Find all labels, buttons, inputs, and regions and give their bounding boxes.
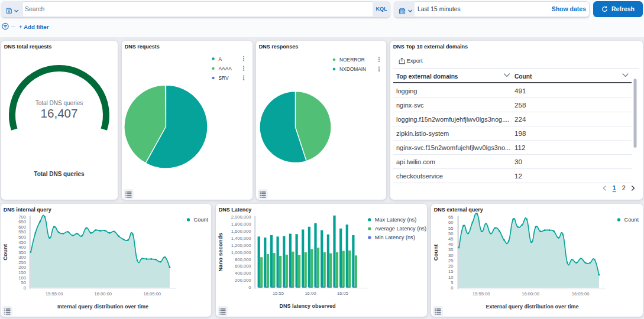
svg-text:20: 20 (448, 263, 453, 269)
svg-text:10: 10 (448, 275, 453, 280)
svg-text:Min Latency (ns): Min Latency (ns) (375, 235, 415, 240)
svg-text:Average Latency (ns): Average Latency (ns) (375, 226, 426, 232)
svg-text:300: 300 (18, 255, 26, 260)
svg-text:DNS Top 10 external domains: DNS Top 10 external domains (393, 44, 468, 50)
svg-text:15: 15 (448, 269, 453, 274)
svg-text:65: 65 (448, 214, 453, 220)
svg-text:16:05:00: 16:05:00 (572, 291, 590, 297)
svg-text:DNS Latency: DNS Latency (219, 207, 252, 213)
svg-text:400,000: 400,000 (235, 271, 251, 276)
svg-text:NOERROR: NOERROR (339, 57, 365, 63)
svg-text:Internal query distribution ov: Internal query distribution over time (57, 304, 148, 310)
svg-text:api.twilio.com: api.twilio.com (396, 158, 435, 165)
svg-text:258: 258 (514, 101, 526, 109)
svg-text:16:00: 16:00 (305, 291, 316, 296)
svg-text:350: 350 (18, 250, 26, 255)
svg-text:650: 650 (18, 219, 26, 224)
svg-text:198: 198 (514, 129, 526, 137)
svg-text:16:00:00: 16:00:00 (522, 291, 539, 297)
svg-text:zipkin.istio-system: zipkin.istio-system (396, 130, 449, 137)
svg-text:2: 2 (622, 184, 626, 191)
svg-text:15:55: 15:55 (273, 291, 284, 296)
svg-text:DNS external query: DNS external query (434, 207, 483, 213)
svg-text:checkoutservice: checkoutservice (396, 172, 443, 180)
svg-text:550: 550 (18, 229, 26, 235)
svg-text:DNS requests: DNS requests (125, 44, 160, 50)
svg-text:SRV: SRV (219, 75, 229, 81)
svg-text:50: 50 (448, 231, 453, 236)
svg-text:1,000,000: 1,000,000 (231, 250, 251, 255)
svg-text:Count: Count (2, 243, 8, 261)
svg-text:16,407: 16,407 (41, 106, 78, 120)
svg-text:600: 600 (18, 224, 26, 230)
svg-text:Count: Count (194, 217, 209, 223)
svg-text:700: 700 (18, 214, 26, 220)
svg-text:45: 45 (448, 236, 453, 242)
svg-text:NXDOMAIN: NXDOMAIN (339, 66, 366, 72)
svg-text:30: 30 (448, 253, 453, 258)
svg-text:55: 55 (448, 226, 453, 231)
svg-text:DNS internal query: DNS internal query (4, 207, 51, 213)
svg-text:16:05:00: 16:05:00 (144, 291, 161, 297)
svg-text:450: 450 (18, 240, 26, 245)
svg-text:15:55:00: 15:55:00 (46, 291, 63, 297)
svg-text:AAAA: AAAA (219, 66, 232, 71)
svg-text:nginx-svc: nginx-svc (396, 102, 424, 109)
svg-text:logging.f15n2womfujehfjlwv0lgs: logging.f15n2womfujehfjlwv0lgs3nog.... (396, 116, 509, 123)
svg-text:Count: Count (514, 73, 532, 80)
svg-text:DNS total requests: DNS total requests (4, 44, 52, 50)
svg-text:200: 200 (18, 265, 26, 270)
svg-text:100: 100 (18, 275, 26, 281)
svg-text:5: 5 (451, 280, 453, 285)
svg-text:150: 150 (18, 270, 26, 275)
svg-text:16:05: 16:05 (337, 291, 348, 296)
svg-text:Nano seconds: Nano seconds (217, 233, 224, 272)
svg-text:16:00:00: 16:00:00 (95, 291, 112, 297)
svg-text:Top external domains: Top external domains (396, 73, 458, 80)
svg-text:112: 112 (514, 144, 525, 151)
svg-text:0: 0 (451, 285, 453, 291)
svg-text:A: A (219, 56, 222, 62)
svg-text:40: 40 (448, 242, 453, 247)
svg-text:12: 12 (514, 172, 522, 180)
svg-text:25: 25 (448, 258, 453, 263)
svg-text:Max Latency (ns): Max Latency (ns) (375, 217, 416, 223)
svg-text:nginx-svc.f15n2womfujehfjlwv0l: nginx-svc.f15n2womfujehfjlwv0lgs3no... (396, 144, 510, 151)
svg-text:External query distribution ov: External query distribution over time (486, 304, 578, 310)
svg-text:logging: logging (396, 87, 417, 95)
svg-text:200,000: 200,000 (235, 278, 251, 283)
svg-text:Total DNS queries: Total DNS queries (35, 100, 83, 106)
svg-text:15:55:00: 15:55:00 (473, 291, 490, 297)
svg-text:Export: Export (407, 57, 423, 64)
svg-text:600,000: 600,000 (235, 263, 251, 269)
svg-text:1,800,000: 1,800,000 (231, 222, 251, 227)
svg-text:0: 0 (24, 285, 26, 291)
svg-text:1: 1 (613, 184, 616, 191)
svg-text:224: 224 (514, 115, 526, 123)
svg-text:Count: Count (432, 244, 439, 261)
svg-text:Total DNS queries: Total DNS queries (34, 171, 85, 177)
svg-text:800,000: 800,000 (235, 257, 251, 262)
svg-text:35: 35 (448, 247, 453, 252)
svg-text:491: 491 (514, 87, 526, 95)
svg-text:60: 60 (448, 220, 453, 225)
svg-text:1,600,000: 1,600,000 (231, 229, 251, 234)
svg-text:1,400,000: 1,400,000 (231, 236, 251, 241)
svg-text:1,200,000: 1,200,000 (231, 243, 251, 248)
svg-text:30: 30 (514, 158, 522, 165)
svg-text:250: 250 (18, 260, 26, 265)
svg-text:DNS responses: DNS responses (259, 44, 299, 50)
svg-text:0: 0 (248, 285, 251, 290)
svg-text:400: 400 (18, 245, 26, 250)
svg-text:2,000,000: 2,000,000 (231, 214, 251, 220)
svg-text:500: 500 (18, 235, 26, 240)
svg-text:50: 50 (21, 280, 26, 285)
svg-text:DNS latency observed: DNS latency observed (279, 303, 335, 309)
svg-text:Count: Count (624, 217, 639, 223)
